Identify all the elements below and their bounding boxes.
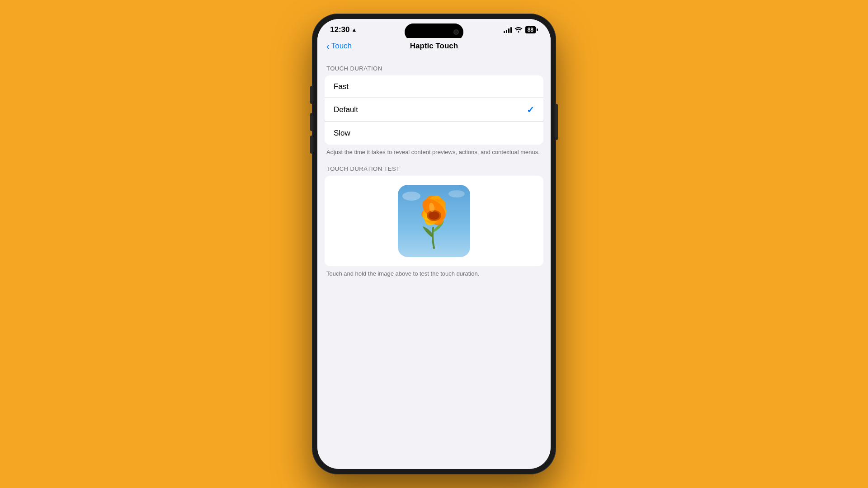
svg-point-11	[429, 211, 439, 220]
location-icon: ▲	[351, 27, 357, 33]
time-display: 12:30	[330, 25, 349, 34]
default-label: Default	[334, 105, 358, 114]
touch-duration-options: Fast Default ✓ Slow	[325, 75, 543, 145]
flower-image[interactable]	[398, 185, 470, 257]
phone-screen: 12:30 ▲	[317, 19, 551, 469]
default-option[interactable]: Default ✓	[325, 98, 543, 122]
status-time: 12:30 ▲	[330, 25, 357, 34]
slow-label: Slow	[334, 129, 350, 138]
fast-option[interactable]: Fast	[325, 75, 543, 98]
touch-duration-description: Adjust the time it takes to reveal conte…	[317, 145, 551, 165]
touch-duration-test-label: TOUCH DURATION TEST	[317, 165, 551, 176]
checkmark-icon: ✓	[527, 104, 534, 115]
status-bar: 12:30 ▲	[317, 19, 551, 38]
back-chevron-icon: ‹	[326, 42, 330, 51]
wifi-icon	[514, 26, 523, 34]
status-icons: 88	[504, 26, 538, 34]
svg-point-2	[448, 190, 465, 197]
back-button[interactable]: ‹ Touch	[326, 42, 352, 51]
slow-option[interactable]: Slow	[325, 122, 543, 145]
test-description: Touch and hold the image above to test t…	[317, 266, 551, 287]
touch-duration-label: TOUCH DURATION	[317, 65, 551, 75]
battery-level: 88	[525, 26, 536, 33]
signal-icon	[504, 27, 512, 33]
page-title: Haptic Touch	[410, 42, 458, 51]
content-area: TOUCH DURATION Fast Default ✓ Slow Adjus…	[317, 56, 551, 469]
camera-dot	[453, 29, 459, 35]
phone-frame: 12:30 ▲	[312, 14, 556, 474]
test-image-container[interactable]	[332, 176, 536, 266]
svg-point-1	[402, 192, 420, 201]
battery-indicator: 88	[525, 26, 538, 33]
navigation-bar: ‹ Touch Haptic Touch	[317, 38, 551, 56]
touch-duration-test-group	[325, 176, 543, 266]
back-label: Touch	[331, 42, 352, 51]
fast-label: Fast	[334, 82, 349, 91]
